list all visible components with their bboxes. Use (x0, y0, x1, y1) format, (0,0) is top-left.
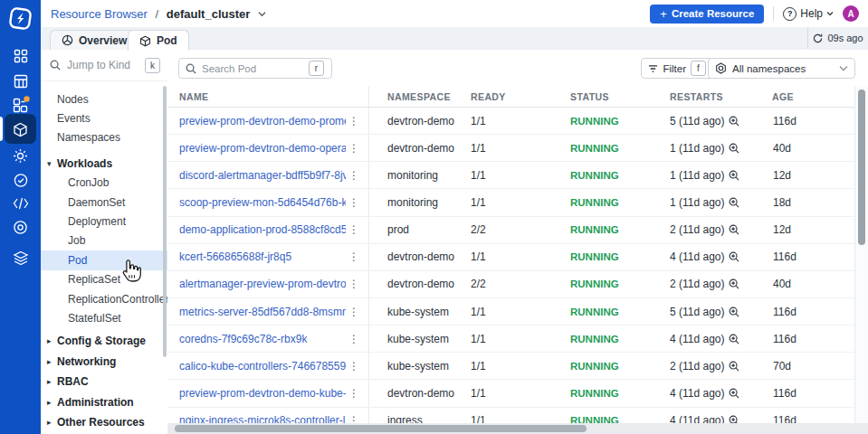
zoom-in-icon[interactable] (729, 334, 739, 344)
restarts-cell: 1 (11d ago) (670, 169, 772, 182)
zoom-in-icon[interactable] (729, 307, 739, 317)
zoom-in-icon[interactable] (729, 224, 739, 235)
pod-table: NAME NAMESPACE READY STATUS RESTARTS AGE… (167, 86, 855, 434)
kebab-menu-icon[interactable]: ⋮ (346, 142, 362, 155)
sidebar-kind-item[interactable]: StatefulSet (41, 308, 167, 327)
gear-icon[interactable] (0, 144, 41, 167)
search-pod-input[interactable]: Search Pod r (178, 58, 332, 79)
horizontal-scrollbar-track[interactable] (167, 423, 868, 434)
table-row[interactable]: preview-prom-devtron-demo-prometheus-nod… (167, 108, 855, 135)
sidebar-collapsed-group[interactable]: ▸ Other Resources (41, 412, 167, 431)
chevron-collapsed-icon: ▸ (47, 398, 57, 407)
pod-name-link[interactable]: preview-prom-devtron-demo-kube-state-met… (179, 387, 346, 400)
apps-grid-icon[interactable] (0, 44, 41, 68)
status-cell: RUNNING (570, 224, 670, 235)
pod-name-link[interactable]: kcert-566865688f-jr8q5 (179, 250, 291, 263)
sidebar-scrollbar[interactable] (163, 86, 167, 357)
sidebar-group-workloads[interactable]: ▾ Workloads (41, 154, 167, 173)
sidebar-kind-item[interactable]: Job (41, 231, 167, 250)
age-cell: 70d (772, 360, 855, 373)
sidebar-kind-item[interactable]: Namespaces (41, 128, 167, 147)
table-row[interactable]: calico-kube-controllers-7466785598-vngn6… (167, 353, 855, 380)
column-header-namespace: NAMESPACE (369, 91, 471, 102)
sidebar-collapsed-group[interactable]: ▸ RBAC (41, 372, 167, 391)
zoom-in-icon[interactable] (729, 388, 739, 399)
devtron-logo[interactable] (7, 5, 33, 32)
pod-name-link[interactable]: preview-prom-devtron-demo-prometheus-nod… (179, 115, 346, 127)
breadcrumb-resource-browser-link[interactable]: Resource Browser (51, 7, 148, 21)
kebab-menu-icon[interactable]: ⋮ (346, 278, 362, 290)
sidebar-kind-item[interactable]: DaemonSet (41, 193, 167, 212)
table-row[interactable]: discord-alertmanager-bdff5b9f7-8jvf5 ⋮ m… (167, 162, 855, 189)
zoom-in-icon[interactable] (729, 170, 739, 181)
sidebar-collapsed-group[interactable]: ▸ Administration (41, 392, 167, 411)
namespace-selector[interactable]: All namespaces (708, 58, 855, 79)
zoom-in-icon[interactable] (729, 116, 739, 127)
jump-to-kind-search[interactable]: Jump to Kind k (41, 50, 167, 81)
table-row[interactable]: preview-prom-devtron-demo-operator-fbbf8… (167, 135, 855, 162)
stack-app-icon[interactable] (0, 93, 41, 117)
chart-grid-icon[interactable] (0, 70, 41, 93)
tab-overview[interactable]: Overview (50, 30, 138, 50)
sidebar-kind-item[interactable]: ReplicationController (41, 289, 167, 308)
pod-name-link[interactable]: alertmanager-preview-prom-devtron-demo-a… (179, 278, 346, 290)
pod-name-link[interactable]: coredns-7f9c69c78c-rbx9k (179, 333, 307, 345)
target-gear-icon[interactable] (0, 215, 41, 239)
namespace-cell: devtron-demo (369, 142, 471, 155)
vertical-scrollbar-thumb[interactable] (858, 90, 865, 245)
sidebar-kind-item[interactable]: Deployment (41, 212, 167, 231)
sidebar-kind-item[interactable]: CronJob (41, 174, 167, 193)
kebab-menu-icon[interactable]: ⋮ (346, 306, 362, 318)
kebab-menu-icon[interactable]: ⋮ (346, 115, 362, 127)
sidebar-kind-item[interactable]: Nodes (41, 90, 167, 108)
cluster-chevron-down-icon[interactable] (258, 6, 265, 14)
namespace-cell: kube-system (369, 360, 471, 373)
sidebar-kind-item[interactable]: Pod (41, 250, 167, 269)
user-avatar[interactable]: A (843, 5, 859, 22)
resource-browser-cube-icon[interactable] (0, 118, 41, 141)
table-row[interactable]: alertmanager-preview-prom-devtron-demo-a… (167, 271, 855, 298)
table-row[interactable]: preview-prom-devtron-demo-kube-state-met… (167, 380, 855, 407)
help-menu[interactable]: ? Help (783, 7, 834, 21)
kebab-menu-icon[interactable]: ⋮ (346, 387, 362, 400)
sidebar-collapsed-group[interactable]: ▸ Networking (41, 352, 167, 371)
search-icon (186, 63, 196, 74)
tab-pod[interactable]: Pod (128, 30, 189, 51)
ready-cell: 1/1 (471, 387, 570, 400)
create-resource-button[interactable]: + Create Resource (650, 5, 764, 24)
kebab-menu-icon[interactable]: ⋮ (346, 223, 362, 236)
table-row[interactable]: kcert-566865688f-jr8q5 ⋮ devtron-demo 1/… (167, 244, 855, 271)
zoom-in-icon[interactable] (729, 197, 739, 208)
table-row[interactable]: coredns-7f9c69c78c-rbx9k ⋮ kube-system 1… (167, 326, 855, 353)
kebab-menu-icon[interactable]: ⋮ (346, 169, 362, 182)
zoom-in-icon[interactable] (729, 143, 739, 154)
pod-name-link[interactable]: metrics-server-85df567dd8-8msmm (179, 306, 346, 318)
kebab-menu-icon[interactable]: ⋮ (346, 333, 362, 345)
sidebar-kind-item[interactable]: ReplicaSet (41, 270, 167, 289)
table-row[interactable]: metrics-server-85df567dd8-8msmm ⋮ kube-s… (167, 298, 855, 326)
column-header-restarts: RESTARTS (670, 91, 772, 102)
layers-icon[interactable] (0, 246, 41, 269)
refresh-status[interactable]: 09s ago (807, 27, 868, 49)
pod-name-link[interactable]: demo-application-prod-8588cf8cd5-9h4wp (179, 223, 346, 236)
sidebar-collapsed-group[interactable]: ▸ Config & Storage (41, 332, 167, 351)
shield-check-icon[interactable] (0, 168, 41, 192)
code-icon[interactable] (0, 192, 41, 215)
sidebar-kind-item[interactable]: Events (41, 108, 167, 127)
pod-name-link[interactable]: scoop-preview-mon-5d6454d76b-krswd (179, 196, 346, 209)
zoom-in-icon[interactable] (729, 251, 739, 262)
horizontal-scrollbar-thumb[interactable] (175, 425, 587, 432)
filter-button[interactable]: Filter f (641, 58, 713, 79)
pod-name-link[interactable]: preview-prom-devtron-demo-operator-fbbf8… (179, 142, 346, 155)
table-row[interactable]: scoop-preview-mon-5d6454d76b-krswd ⋮ mon… (167, 189, 855, 216)
zoom-in-icon[interactable] (729, 361, 739, 372)
kebab-menu-icon[interactable]: ⋮ (346, 196, 362, 209)
kebab-menu-icon[interactable]: ⋮ (346, 250, 362, 263)
restarts-cell: 4 (11d ago) (670, 250, 772, 263)
cluster-name[interactable]: default_cluster (167, 7, 250, 21)
pod-name-link[interactable]: discord-alertmanager-bdff5b9f7-8jvf5 (179, 169, 346, 182)
kebab-menu-icon[interactable]: ⋮ (346, 360, 362, 373)
zoom-in-icon[interactable] (729, 278, 739, 289)
table-row[interactable]: demo-application-prod-8588cf8cd5-9h4wp ⋮… (167, 217, 855, 244)
pod-name-link[interactable]: calico-kube-controllers-7466785598-vngn6 (179, 360, 346, 373)
